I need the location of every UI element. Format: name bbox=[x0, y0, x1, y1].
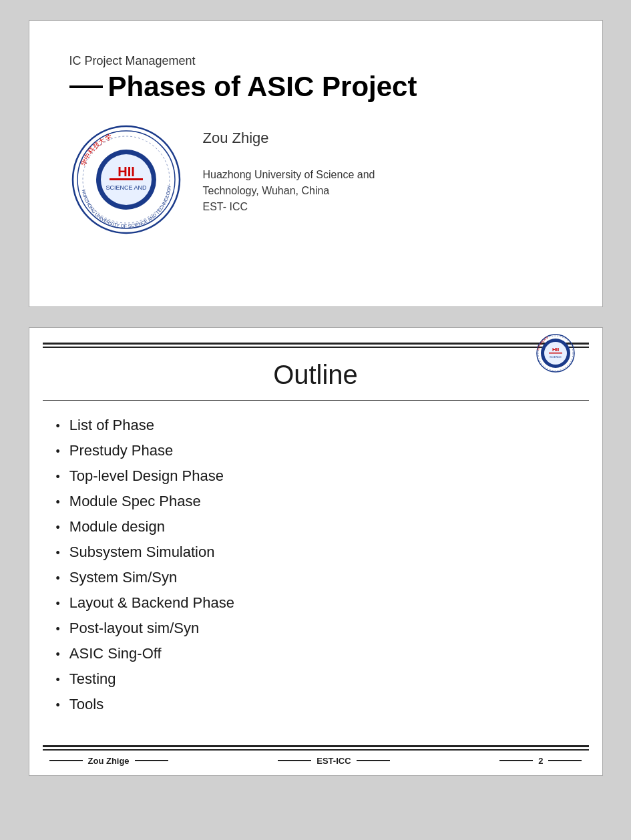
bullet-icon: • bbox=[56, 419, 60, 433]
bullet-icon: • bbox=[56, 495, 60, 509]
slide2-header: HII SCIENCE 华中科技大学 bbox=[29, 328, 602, 347]
footer-mini-line-3 bbox=[278, 760, 311, 761]
footer-author: Zou Zhige bbox=[88, 756, 130, 766]
slide2-footer: Zou Zhige EST-ICC 2 bbox=[29, 737, 602, 775]
university-logo-area: HII SCIENCE AND 华中科技大学 HUAZHONG UNIVERSI… bbox=[69, 123, 183, 236]
list-item-text: ASIC Sing-Off bbox=[69, 645, 162, 662]
list-item-text: List of Phase bbox=[69, 417, 154, 434]
slide-2: HII SCIENCE 华中科技大学 Outline •List of Phas… bbox=[29, 327, 603, 776]
outline-list: •List of Phase•Prestudy Phase•Top-level … bbox=[29, 407, 602, 730]
header-logo-svg: HII SCIENCE 华中科技大学 bbox=[536, 333, 576, 373]
svg-rect-5 bbox=[110, 178, 143, 180]
slide-main-title: Phases of ASIC Project bbox=[108, 71, 417, 103]
header-logo-badge: HII SCIENCE 华中科技大学 bbox=[536, 333, 576, 373]
list-item: •Post-layout sim/Syn bbox=[56, 616, 576, 641]
list-item-text: Prestudy Phase bbox=[69, 442, 173, 459]
list-item-text: Tools bbox=[69, 696, 103, 713]
list-item-text: Subsystem Simulation bbox=[69, 544, 215, 561]
bullet-icon: • bbox=[56, 597, 60, 611]
slide-1: IC Project Management Phases of ASIC Pro… bbox=[29, 20, 603, 307]
list-item: •ASIC Sing-Off bbox=[56, 641, 576, 666]
list-item-text: Module Spec Phase bbox=[69, 493, 201, 510]
title-line: Phases of ASIC Project bbox=[69, 71, 562, 103]
list-item: •Top-level Design Phase bbox=[56, 463, 576, 489]
list-item: •System Sim/Syn bbox=[56, 565, 576, 590]
bullet-icon: • bbox=[56, 673, 60, 687]
slide2-title: Outline bbox=[29, 360, 602, 390]
footer-lines bbox=[43, 745, 589, 751]
footer-thin-line bbox=[43, 749, 589, 751]
footer-page-section: 2 bbox=[499, 756, 582, 766]
slide-subtitle: IC Project Management bbox=[69, 54, 562, 68]
title-dash bbox=[69, 85, 103, 88]
bullet-icon: • bbox=[56, 445, 60, 459]
footer-mini-line-4 bbox=[357, 760, 390, 761]
list-item: •Subsystem Simulation bbox=[56, 540, 576, 565]
list-item-text: Top-level Design Phase bbox=[69, 467, 224, 485]
svg-rect-14 bbox=[549, 353, 562, 354]
list-item-text: Post-layout sim/Syn bbox=[69, 620, 199, 637]
header-thin-line bbox=[43, 347, 589, 348]
header-thick-line bbox=[43, 343, 589, 345]
footer-author-section: Zou Zhige bbox=[49, 756, 168, 766]
bullet-icon: • bbox=[56, 546, 60, 560]
bullet-icon: • bbox=[56, 470, 60, 484]
header-lines bbox=[43, 343, 589, 348]
footer-mini-line-6 bbox=[548, 760, 582, 761]
slide1-content: HII SCIENCE AND 华中科技大学 HUAZHONG UNIVERSI… bbox=[69, 123, 562, 236]
institution: Huazhong University of Science and Techn… bbox=[203, 167, 375, 215]
list-item: •Prestudy Phase bbox=[56, 438, 576, 463]
university-logo-svg: HII SCIENCE AND 华中科技大学 HUAZHONG UNIVERSI… bbox=[69, 123, 183, 236]
footer-page-number: 2 bbox=[538, 756, 543, 766]
footer-mini-line-5 bbox=[499, 760, 533, 761]
author-info: Zou Zhige Huazhong University of Science… bbox=[203, 123, 375, 215]
footer-mini-line-2 bbox=[135, 760, 168, 761]
list-item: •Module design bbox=[56, 514, 576, 540]
slide2-divider bbox=[43, 400, 589, 401]
list-item: •Testing bbox=[56, 666, 576, 692]
footer-organization: EST-ICC bbox=[317, 756, 351, 766]
svg-text:SCIENCE AND: SCIENCE AND bbox=[106, 184, 147, 191]
institution-line1: Huazhong University of Science and bbox=[203, 169, 375, 180]
list-item-text: System Sim/Syn bbox=[69, 569, 177, 586]
bullet-icon: • bbox=[56, 698, 60, 712]
list-item: •Layout & Backend Phase bbox=[56, 590, 576, 616]
list-item: •List of Phase bbox=[56, 413, 576, 438]
svg-text:HII: HII bbox=[118, 164, 135, 179]
author-name: Zou Zhige bbox=[203, 130, 375, 147]
bullet-icon: • bbox=[56, 572, 60, 586]
list-item: •Tools bbox=[56, 692, 576, 717]
list-item-text: Layout & Backend Phase bbox=[69, 594, 234, 612]
list-item-text: Testing bbox=[69, 670, 116, 688]
institution-line3: EST- ICC bbox=[203, 201, 248, 212]
institution-line2: Technology, Wuhan, China bbox=[203, 185, 330, 196]
footer-thick-line bbox=[43, 745, 589, 747]
bullet-icon: • bbox=[56, 622, 60, 636]
svg-text:SCIENCE: SCIENCE bbox=[550, 355, 562, 359]
footer-org-section: EST-ICC bbox=[278, 756, 389, 766]
footer-mini-line-1 bbox=[49, 760, 83, 761]
bullet-icon: • bbox=[56, 648, 60, 662]
bullet-icon: • bbox=[56, 521, 60, 535]
list-item: •Module Spec Phase bbox=[56, 489, 576, 514]
svg-text:HII: HII bbox=[552, 347, 558, 353]
list-item-text: Module design bbox=[69, 518, 165, 536]
footer-content: Zou Zhige EST-ICC 2 bbox=[43, 756, 589, 766]
